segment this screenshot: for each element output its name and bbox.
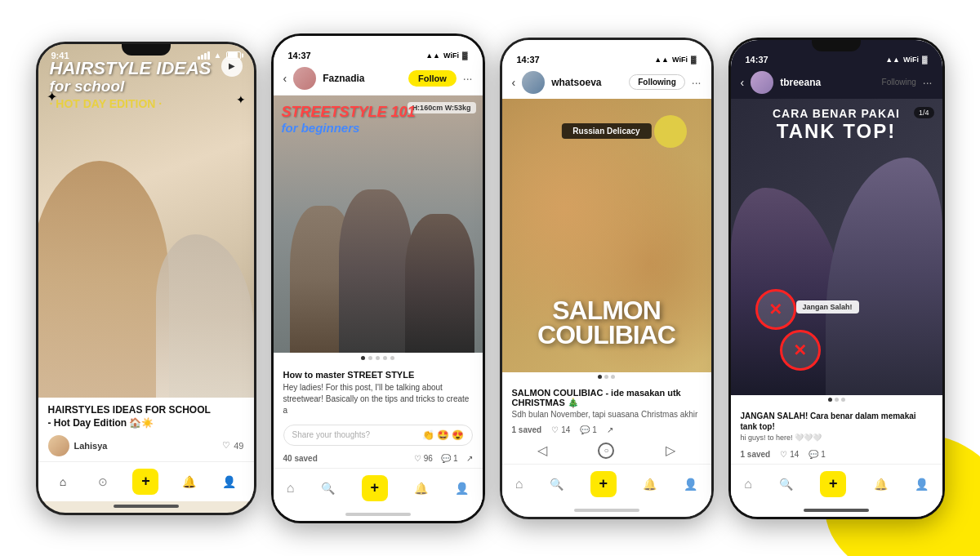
phones-container: 9:41 ▲ HA xyxy=(20,17,961,540)
phone-1-screen: 9:41 ▲ HA xyxy=(38,44,254,513)
nav-profile-icon[interactable]: 👤 xyxy=(219,472,238,492)
notch-4 xyxy=(812,40,861,51)
more-options-button[interactable]: ··· xyxy=(463,72,473,85)
p2-caption-text: Hey ladies! For this post, I'll be talki… xyxy=(283,382,473,416)
nav-home-icon[interactable]: ⌂ xyxy=(53,472,73,492)
nav-add-button[interactable]: + xyxy=(132,469,158,495)
p4-caption: JANGAN SALAH! Cara benar dalam memakai t… xyxy=(731,404,942,447)
phone-2: 14:37 ▲▲ WiFi ▓ ‹ Faznadia Follow ··· ST… xyxy=(271,33,485,523)
salmon-image: Russian Delicacy SALMON COULIBIAC xyxy=(502,99,711,372)
signal-icon xyxy=(198,51,210,60)
p2-nav-bell[interactable] xyxy=(414,481,428,496)
p3-dots xyxy=(502,372,711,381)
p3-share-stat[interactable]: ↗ xyxy=(607,425,613,434)
p2-like-stat[interactable]: ♡ 96 xyxy=(414,454,433,463)
phone1-bottom-nav: ⌂ ⊙ + 🔔 👤 xyxy=(38,461,254,501)
home-indicator-2 xyxy=(345,513,411,516)
p4-comment-stat[interactable]: 💬 1 xyxy=(808,450,826,459)
p4-stats-row: 1 saved ♡ 14 💬 1 xyxy=(731,447,942,464)
p3-back[interactable]: ‹ xyxy=(512,76,516,89)
p2-username: Faznadia xyxy=(323,73,402,84)
p3-nav-add[interactable]: + xyxy=(590,471,617,497)
p2-nav-home[interactable] xyxy=(287,481,295,496)
back-arrow[interactable]: ‹ xyxy=(283,72,287,85)
p3-nav-profile[interactable] xyxy=(684,477,697,492)
dot-3 xyxy=(376,356,380,360)
phone1-time: 9:41 xyxy=(51,51,69,60)
p3-more[interactable]: ··· xyxy=(692,76,702,89)
comment-icon: 💬 xyxy=(808,450,818,459)
p4-back[interactable]: ‹ xyxy=(741,76,745,89)
phone4-header: ‹ tbreeana Following ··· xyxy=(731,66,942,99)
p3-wifi: WiFi xyxy=(672,56,688,64)
nav-search-icon[interactable]: ⊙ xyxy=(93,472,113,492)
p3-comment-stat[interactable]: 💬 1 xyxy=(580,425,597,434)
p4-following-label: Following xyxy=(882,78,916,87)
p2-saves: 40 saved xyxy=(283,454,318,463)
p4-nav-add[interactable]: + xyxy=(820,471,846,497)
p2-stat-icons: ♡ 96 💬 1 ↗ xyxy=(414,454,473,463)
nav-bell-icon[interactable]: 🔔 xyxy=(179,472,198,492)
p4-dots xyxy=(731,395,942,404)
p3-nav-search[interactable] xyxy=(550,477,564,492)
following-button[interactable]: Following xyxy=(629,74,685,90)
p2-share-stat[interactable]: ↗ xyxy=(466,454,473,463)
p4-like-stat[interactable]: ♡ 14 xyxy=(780,450,799,459)
dot-5 xyxy=(390,356,394,360)
tanktop-title-1: CARA BENAR PAKAI xyxy=(731,107,942,120)
p2-nav-search[interactable] xyxy=(321,481,335,496)
phone1-status-icons: ▲ xyxy=(198,51,241,60)
x-icon-1: ✕ xyxy=(768,300,782,319)
dot-1 xyxy=(361,356,365,360)
tanktop-title-2: TANK TOP! xyxy=(731,120,942,143)
like-count[interactable]: ♡ 49 xyxy=(222,440,243,451)
p4-nav-home[interactable] xyxy=(744,477,752,492)
p4-avatar xyxy=(751,71,773,94)
p4-nav-search[interactable] xyxy=(779,477,793,492)
p3-nav-bell[interactable] xyxy=(643,477,657,492)
p3-nav-home[interactable] xyxy=(515,477,523,492)
p4-battery: ▓ xyxy=(922,56,928,64)
home-indicator-1 xyxy=(114,505,179,508)
p3-home-circle[interactable]: ○ xyxy=(598,443,614,459)
russian-delicacy-badge: Russian Delicacy xyxy=(561,123,651,139)
p4-nav-profile[interactable] xyxy=(915,477,929,492)
p3-username: whatsoeva xyxy=(551,77,622,88)
p4-more[interactable]: ··· xyxy=(923,76,933,89)
p4-signal: ▲▲ xyxy=(885,56,900,64)
x-icon-2: ✕ xyxy=(793,340,807,360)
home-indicator-3 xyxy=(574,509,639,512)
p3-like-stat[interactable]: ♡ 14 xyxy=(551,425,570,434)
p2-stats-row: 40 saved ♡ 96 💬 1 ↗ xyxy=(274,451,483,468)
phone2-battery-icon: ▓ xyxy=(462,51,468,60)
phone-4-screen: 14:37 ▲▲ WiFi ▓ ‹ tbreeana Following ···… xyxy=(731,40,942,517)
salmon-title-2: COULIBIAC xyxy=(502,322,711,347)
phone1-post-info: HAIRSTYLES IDEAS FOR SCHOOL - Hot Day Ed… xyxy=(38,398,254,460)
street-title-2: for beginners xyxy=(282,121,474,135)
p3-next-arrow[interactable]: ▷ xyxy=(666,443,675,458)
comment-icon: 💬 xyxy=(441,454,451,463)
p3-prev-arrow[interactable]: ◁ xyxy=(537,443,547,458)
phone2-signal-icon: ▲▲ xyxy=(425,51,440,60)
p4-dot-3 xyxy=(841,398,845,402)
p2-nav-add[interactable]: + xyxy=(362,475,388,501)
p2-nav-profile[interactable] xyxy=(455,481,469,496)
follow-button[interactable]: Follow xyxy=(408,70,457,87)
user-row: Lahisya ♡ 49 xyxy=(48,435,244,456)
tanktop-title-overlay: CARA BENAR PAKAI TANK TOP! xyxy=(731,107,942,143)
p3-bottom-controls: ◁ ○ ▷ xyxy=(502,439,711,464)
emoji-3: 😍 xyxy=(452,429,464,441)
phone3-header: ‹ whatsoeva Following ··· xyxy=(502,66,711,99)
jangan-salah-badge: Jangan Salah! xyxy=(796,300,859,314)
phone-1: 9:41 ▲ HA xyxy=(36,42,256,515)
dots-indicator xyxy=(274,353,483,363)
phone-2-screen: 14:37 ▲▲ WiFi ▓ ‹ Faznadia Follow ··· ST… xyxy=(274,36,483,521)
p2-comment-stat[interactable]: 💬 1 xyxy=(441,454,458,463)
notch-1 xyxy=(122,44,171,56)
p4-nav-bell[interactable] xyxy=(874,477,888,492)
phone2-header: ‹ Faznadia Follow ··· xyxy=(274,62,483,96)
street-person-2 xyxy=(339,189,412,353)
share-icon: ↗ xyxy=(607,425,613,434)
p2-comment-input[interactable]: Share your thoughts? 👏 🤩 😍 xyxy=(283,425,473,446)
user-info: Lahisya xyxy=(48,435,108,456)
